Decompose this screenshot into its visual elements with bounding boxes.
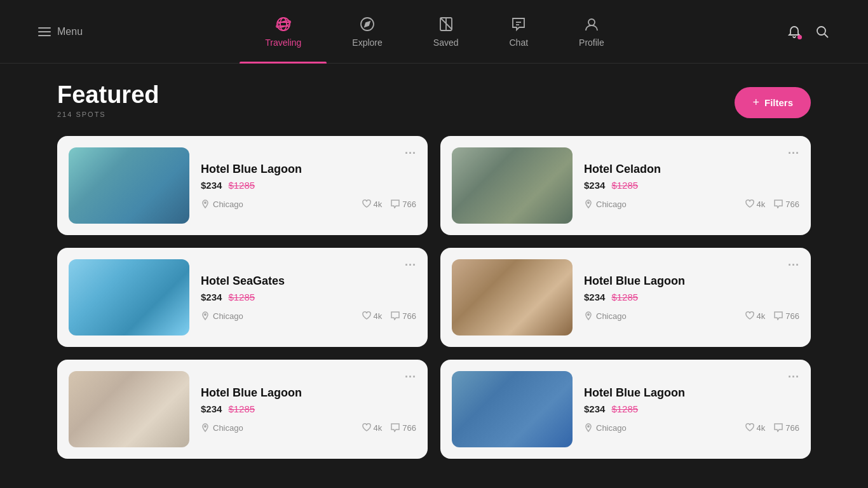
- card-image: [452, 147, 573, 224]
- card-image: [69, 259, 189, 336]
- card-footer: Chicago 4k 766: [201, 423, 416, 433]
- comments-count: 766: [785, 200, 799, 209]
- likes-count: 4k: [757, 423, 766, 433]
- card-more-button[interactable]: ···: [788, 259, 799, 271]
- notifications-button[interactable]: [787, 24, 802, 39]
- main-content: Featured 214 SPOTS + Filters Hotel Blue …: [0, 64, 868, 488]
- comments-stat: 766: [774, 423, 799, 433]
- hotel-card[interactable]: Hotel SeaGates $234 $1285 Chicago: [57, 248, 428, 347]
- comments-count: 766: [402, 200, 416, 209]
- featured-subtitle: 214 SPOTS: [57, 111, 159, 118]
- tab-explore[interactable]: Explore: [327, 0, 407, 64]
- location-label: Chicago: [596, 311, 627, 321]
- svg-point-13: [205, 202, 206, 203]
- location-icon: [201, 423, 210, 432]
- featured-header: Featured 214 SPOTS + Filters: [57, 83, 811, 118]
- price-current: $234: [584, 292, 605, 302]
- location-label: Chicago: [596, 200, 627, 209]
- search-button[interactable]: [815, 24, 830, 39]
- comments-stat: 766: [774, 311, 799, 321]
- tab-profile-label: Profile: [579, 37, 604, 48]
- tab-profile[interactable]: Profile: [553, 0, 630, 64]
- card-stats: 4k 766: [362, 311, 416, 321]
- card-location: Chicago: [201, 311, 243, 321]
- card-more-button[interactable]: ···: [405, 259, 416, 271]
- card-title: Hotel Blue Lagoon: [584, 274, 799, 288]
- menu-label: Menu: [57, 26, 83, 37]
- card-footer: Chicago 4k 766: [201, 311, 416, 321]
- card-stats: 4k 766: [362, 200, 416, 209]
- tab-traveling-label: Traveling: [265, 37, 301, 48]
- card-image: [452, 259, 573, 336]
- location-icon: [584, 311, 593, 320]
- likes-stat: 4k: [362, 423, 383, 433]
- likes-count: 4k: [757, 311, 766, 321]
- svg-point-18: [588, 426, 589, 427]
- location-icon: [584, 200, 593, 208]
- card-more-button[interactable]: ···: [405, 371, 416, 383]
- price-original: $1285: [611, 292, 638, 302]
- price-current: $234: [201, 180, 222, 191]
- price-original: $1285: [228, 403, 255, 414]
- card-footer: Chicago 4k 766: [584, 200, 799, 209]
- card-body: Hotel Blue Lagoon $234 $1285 Chicago: [201, 163, 416, 209]
- likes-count: 4k: [374, 200, 383, 209]
- card-more-button[interactable]: ···: [788, 147, 799, 159]
- likes-count: 4k: [757, 200, 766, 209]
- hotel-card[interactable]: Hotel Blue Lagoon $234 $1285 Chicago: [440, 248, 811, 347]
- card-title: Hotel Blue Lagoon: [201, 386, 416, 400]
- navigation: Menu Traveling Explore: [0, 0, 868, 64]
- card-prices: $234 $1285: [584, 292, 799, 302]
- card-location: Chicago: [584, 423, 627, 433]
- svg-point-14: [588, 202, 589, 203]
- tab-chat-label: Chat: [510, 37, 529, 48]
- comment-icon: [391, 200, 400, 208]
- tab-chat[interactable]: Chat: [484, 0, 554, 64]
- location-label: Chicago: [213, 200, 243, 209]
- card-location: Chicago: [584, 311, 627, 321]
- comments-count: 766: [785, 423, 799, 433]
- price-current: $234: [584, 180, 605, 191]
- card-title: Hotel Blue Lagoon: [584, 386, 799, 400]
- card-stats: 4k 766: [745, 200, 799, 209]
- tab-saved[interactable]: Saved: [408, 0, 484, 64]
- card-body: Hotel SeaGates $234 $1285 Chicago: [201, 274, 416, 321]
- svg-line-12: [825, 34, 829, 37]
- tab-explore-label: Explore: [352, 37, 382, 48]
- hotel-card[interactable]: Hotel Blue Lagoon $234 $1285 Chicago: [57, 360, 428, 459]
- card-stats: 4k 766: [745, 423, 799, 433]
- svg-point-16: [588, 314, 589, 315]
- card-body: Hotel Celadon $234 $1285 Chicago: [584, 163, 799, 209]
- heart-icon: [362, 200, 371, 208]
- featured-title: Featured: [57, 83, 159, 107]
- comments-stat: 766: [774, 200, 799, 209]
- location-icon: [201, 311, 210, 320]
- svg-point-0: [277, 18, 290, 30]
- hotel-card[interactable]: Hotel Blue Lagoon $234 $1285 Chicago: [440, 360, 811, 459]
- card-title: Hotel Blue Lagoon: [201, 163, 416, 176]
- svg-point-17: [205, 426, 206, 427]
- nav-tabs: Traveling Explore Saved: [240, 0, 630, 64]
- hotel-card[interactable]: Hotel Blue Lagoon $234 $1285 Chicago: [57, 136, 428, 235]
- card-footer: Chicago 4k 766: [584, 423, 799, 433]
- cards-grid: Hotel Blue Lagoon $234 $1285 Chicago: [57, 136, 811, 459]
- filters-button[interactable]: + Filters: [735, 87, 811, 118]
- likes-stat: 4k: [362, 200, 383, 209]
- comments-stat: 766: [391, 423, 416, 433]
- card-image: [452, 371, 573, 447]
- hotel-card[interactable]: Hotel Celadon $234 $1285 Chicago: [440, 136, 811, 235]
- card-body: Hotel Blue Lagoon $234 $1285 Chicago: [201, 386, 416, 433]
- card-prices: $234 $1285: [584, 403, 799, 414]
- likes-stat: 4k: [745, 311, 766, 321]
- tab-traveling[interactable]: Traveling: [240, 0, 327, 64]
- svg-point-1: [280, 18, 287, 30]
- menu-button[interactable]: Menu: [38, 26, 83, 37]
- card-more-button[interactable]: ···: [405, 147, 416, 159]
- comment-icon: [391, 423, 400, 432]
- svg-point-15: [205, 314, 206, 315]
- likes-stat: 4k: [745, 423, 766, 433]
- card-body: Hotel Blue Lagoon $234 $1285 Chicago: [584, 386, 799, 433]
- heart-icon: [362, 311, 371, 320]
- card-more-button[interactable]: ···: [788, 371, 799, 383]
- price-current: $234: [201, 292, 222, 302]
